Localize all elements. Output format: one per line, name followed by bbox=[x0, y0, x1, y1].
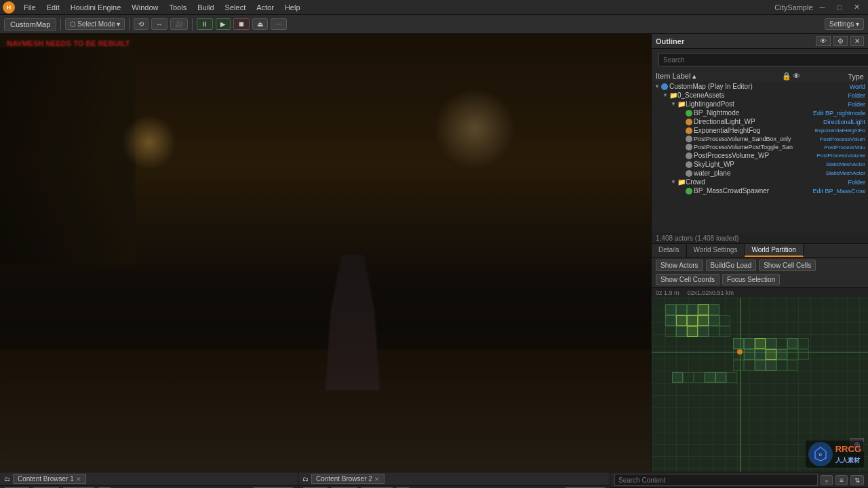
wp-buildgo-btn[interactable]: BuildGo Load bbox=[706, 260, 757, 271]
outliner: Outliner 👁 ⚙ ✕ Item Label ▴ 🔒 👁 Type bbox=[652, 34, 868, 244]
menu-window[interactable]: Window bbox=[127, 2, 163, 13]
wp-crosshair-vertical bbox=[740, 298, 741, 472]
camera-btn[interactable]: 🎥 bbox=[170, 18, 188, 30]
motion-blur-overlay bbox=[0, 34, 651, 472]
main-toolbar: CustomMap ⬡ Select Mode ▾ ⟲ ↔ 🎥 ⏸ ▶ ⏹ ⏏ … bbox=[0, 15, 868, 34]
wp-cell bbox=[766, 360, 776, 371]
wp-show-cells-btn[interactable]: Show Cell Cells bbox=[759, 260, 816, 271]
outliner-item-crowdspawner[interactable]: BP_MassCrowdSpawner Edit BP_MassCrow bbox=[652, 186, 868, 195]
wp-cell bbox=[715, 372, 726, 383]
eject-btn[interactable]: ⏏ bbox=[252, 18, 268, 30]
folder-icon: 📁 bbox=[677, 178, 686, 186]
wp-cell bbox=[672, 372, 683, 383]
outliner-item-ppvolume1[interactable]: PostProcessVolume_SandBox_only PostProce… bbox=[652, 135, 868, 143]
outliner-title: Outliner bbox=[656, 37, 684, 45]
wp-cell bbox=[733, 349, 744, 360]
wp-cell bbox=[683, 372, 694, 383]
outliner-item-lighting[interactable]: ▼ 📁 LightingandPost Folder bbox=[652, 100, 868, 108]
play-btn[interactable]: ▶ bbox=[216, 18, 231, 30]
menu-edit[interactable]: Edit bbox=[42, 2, 64, 13]
wp-cell bbox=[719, 326, 730, 337]
outliner-settings-btn[interactable]: ⚙ bbox=[833, 36, 848, 46]
cb2-header: 🗂 Content Browser 2 ✕ bbox=[298, 472, 610, 486]
cb1-tab[interactable]: Content Browser 1 ✕ bbox=[13, 474, 86, 484]
lock-icon: 🔒 bbox=[782, 72, 791, 81]
outliner-col-actions[interactable]: 🔒 👁 bbox=[782, 72, 800, 81]
menu-select[interactable]: Select bbox=[220, 2, 251, 13]
outliner-close-btn[interactable]: ✕ bbox=[850, 36, 864, 46]
content-browsers: 🗂 Content Browser 1 ✕ + Add Import Save … bbox=[0, 472, 868, 488]
move-btn[interactable]: ↔ bbox=[151, 18, 167, 30]
actor-icon bbox=[686, 136, 692, 142]
select-mode-btn[interactable]: ⬡ Select Mode ▾ bbox=[65, 18, 125, 30]
cb1-close[interactable]: ✕ bbox=[76, 476, 81, 483]
content-browser-2: 🗂 Content Browser 2 ✕ + Add Import Save … bbox=[298, 472, 610, 488]
dropdown-arrow: ▾ bbox=[117, 20, 120, 28]
wp-show-coords-btn[interactable]: Show Cell Coords bbox=[656, 274, 719, 285]
pause-btn[interactable]: ⏸ bbox=[197, 18, 213, 30]
eye-icon: 👁 bbox=[793, 72, 800, 81]
menu-help[interactable]: Help bbox=[280, 2, 305, 13]
wp-cell bbox=[719, 315, 730, 326]
menubar: H File Edit Houdini Engine Window Tools … bbox=[0, 0, 868, 15]
wp-cell bbox=[744, 360, 755, 371]
bp-nightmode-link[interactable]: Edit BP_nightmode bbox=[813, 110, 865, 117]
extra-btn[interactable]: ⋯ bbox=[271, 18, 287, 30]
cb2-tab[interactable]: Content Browser 2 ✕ bbox=[311, 474, 384, 484]
window-minimize[interactable]: ─ bbox=[814, 3, 831, 12]
cb3-sort-btn[interactable]: ⇅ bbox=[850, 475, 864, 485]
tab-world-partition[interactable]: World Partition bbox=[745, 244, 803, 257]
window-maximize[interactable]: □ bbox=[831, 3, 847, 12]
menu-tools[interactable]: Tools bbox=[164, 2, 191, 13]
cb3-search-input[interactable] bbox=[614, 474, 818, 486]
map-tab[interactable]: CustomMap bbox=[4, 18, 56, 30]
wp-size-2: 02x1.02x0.51 km bbox=[688, 289, 734, 296]
outliner-item-skylight[interactable]: SkyLight_WP StaticMeshActor bbox=[652, 160, 868, 169]
outliner-item-water[interactable]: water_plane StaticMeshActor bbox=[652, 169, 868, 178]
outliner-item-ppvolume2[interactable]: PostProcessVolumePostToggle_San PostProc… bbox=[652, 143, 868, 151]
wp-cell bbox=[698, 326, 709, 337]
app-icon: H bbox=[3, 1, 15, 14]
outliner-item-crowd[interactable]: ▼ 📁 Crowd Folder bbox=[652, 178, 868, 186]
outliner-eye-btn[interactable]: 👁 bbox=[816, 36, 831, 46]
wp-cell bbox=[787, 349, 798, 360]
wp-cell bbox=[776, 338, 787, 349]
wp-cell bbox=[776, 360, 787, 371]
outliner-search-input[interactable] bbox=[658, 53, 868, 66]
wp-focus-selection-btn[interactable]: Focus Selection bbox=[722, 274, 780, 285]
transform-btn[interactable]: ⟲ bbox=[134, 18, 149, 30]
actor-icon bbox=[686, 119, 692, 125]
viewport-scene: NAVMESH NEEDS TO BE REBUILT bbox=[0, 34, 651, 472]
details-panel: Details World Settings World Partition S… bbox=[652, 244, 868, 472]
tab-details[interactable]: Details bbox=[652, 244, 687, 257]
stop-btn[interactable]: ⏹ bbox=[233, 18, 250, 30]
tab-world-settings[interactable]: World Settings bbox=[687, 244, 745, 257]
cb3-filter1-btn[interactable]: ⬦ bbox=[821, 475, 833, 485]
menu-file[interactable]: File bbox=[19, 2, 41, 13]
main-area: Perspective ▾ Lit ▾ Show ▾ ⚙ Settings ▾ … bbox=[0, 34, 868, 472]
menu-actor[interactable]: Actor bbox=[252, 2, 279, 13]
wp-cell bbox=[787, 360, 798, 371]
actor-icon bbox=[686, 170, 692, 177]
outliner-item-ppvolume3[interactable]: PostProcessVolume_WP PostProcessVolume bbox=[652, 151, 868, 160]
outliner-col-label: Item Label ▴ bbox=[656, 72, 779, 81]
bp-crowdspawner-link[interactable]: Edit BP_MassCrow bbox=[812, 188, 865, 195]
wp-show-actors-btn[interactable]: Show Actors bbox=[656, 260, 703, 271]
watermark: R RRCG人人素材 bbox=[806, 441, 864, 468]
outliner-item-sceneassets[interactable]: ▼ 📁 0_SceneAssets Folder bbox=[652, 91, 868, 100]
cb2-tab-label: Content Browser 2 bbox=[316, 475, 372, 483]
menu-houdini[interactable]: Houdini Engine bbox=[66, 2, 126, 13]
window-close[interactable]: ✕ bbox=[848, 3, 865, 12]
outliner-item-world[interactable]: ▼ CustomMap (Play In Editor) World bbox=[652, 82, 868, 91]
outliner-item-dirlight[interactable]: DirectionalLight_WP DirectionalLight bbox=[652, 117, 868, 126]
cb2-close[interactable]: ✕ bbox=[374, 476, 380, 483]
wp-cell bbox=[776, 349, 787, 360]
wp-cell bbox=[766, 349, 776, 360]
viewport[interactable]: Perspective ▾ Lit ▾ Show ▾ ⚙ Settings ▾ … bbox=[0, 34, 651, 472]
wp-map[interactable]: ⊕ R RRCG人人素材 bbox=[652, 298, 868, 472]
menu-build[interactable]: Build bbox=[193, 2, 218, 13]
outliner-item-expfog[interactable]: ExponentialHeightFog ExponentialHeightFo bbox=[652, 126, 868, 135]
settings-btn[interactable]: Settings ▾ bbox=[825, 18, 864, 30]
cb3-filter2-btn[interactable]: ≡ bbox=[835, 475, 848, 485]
outliner-item-bpnightmode[interactable]: BP_Nightmode Edit BP_nightmode bbox=[652, 108, 868, 117]
